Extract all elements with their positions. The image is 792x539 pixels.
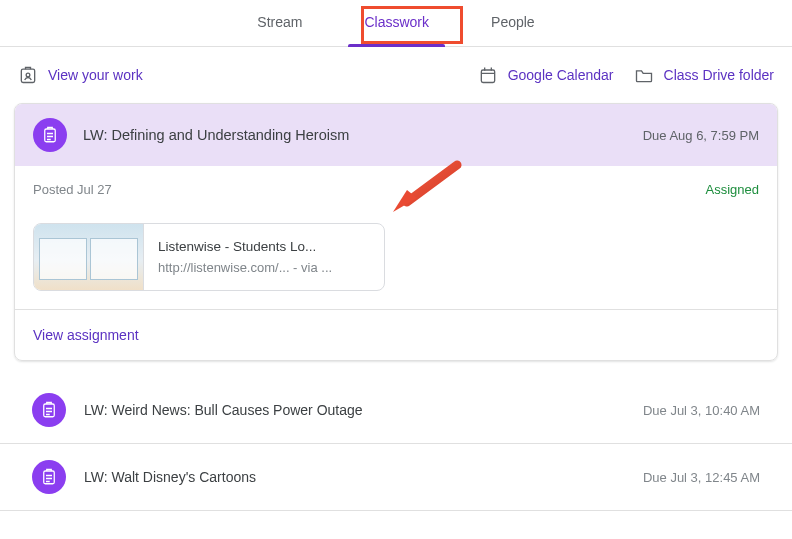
tab-classwork[interactable]: Classwork — [348, 14, 445, 46]
class-drive-link[interactable]: Class Drive folder — [634, 65, 774, 85]
assignment-person-icon — [18, 65, 38, 85]
attachment-card[interactable]: Listenwise - Students Lo... http://liste… — [33, 223, 385, 291]
calendar-icon — [478, 65, 498, 85]
tab-stream[interactable]: Stream — [241, 14, 318, 46]
view-your-work-label: View your work — [48, 67, 143, 83]
assignment-row[interactable]: LW: Walt Disney's Cartoons Due Jul 3, 12… — [0, 444, 792, 511]
google-calendar-link[interactable]: Google Calendar — [478, 65, 614, 85]
assignment-row-title: LW: Weird News: Bull Causes Power Outage — [84, 402, 643, 418]
attachment-url: http://listenwise.com/... - via ... — [158, 260, 332, 275]
svg-rect-0 — [21, 69, 34, 82]
assignment-footer: View assignment — [15, 309, 777, 360]
google-calendar-label: Google Calendar — [508, 67, 614, 83]
attachment-thumbnail — [34, 224, 144, 290]
assignment-due: Due Aug 6, 7:59 PM — [643, 128, 759, 143]
class-drive-label: Class Drive folder — [664, 67, 774, 83]
assignment-row[interactable]: LW: Weird News: Bull Causes Power Outage… — [0, 377, 792, 444]
assignment-row-title: LW: Walt Disney's Cartoons — [84, 469, 643, 485]
toolbar: View your work Google Calendar Class Dri… — [0, 47, 792, 103]
tab-people[interactable]: People — [475, 14, 551, 46]
assignment-icon — [33, 118, 67, 152]
attachment-title: Listenwise - Students Lo... — [158, 239, 332, 254]
view-your-work-link[interactable]: View your work — [18, 65, 143, 85]
assignment-icon — [32, 460, 66, 494]
status-badge: Assigned — [706, 182, 759, 197]
assignment-body: Posted Jul 27 Assigned Listenwise - Stud… — [15, 166, 777, 309]
svg-point-1 — [26, 73, 30, 77]
assignment-row-due: Due Jul 3, 10:40 AM — [643, 403, 760, 418]
assignment-title: LW: Defining and Understanding Heroism — [83, 127, 643, 143]
assignment-row-due: Due Jul 3, 12:45 AM — [643, 470, 760, 485]
tabs-bar: Stream Classwork People — [0, 0, 792, 47]
expanded-assignment-card: LW: Defining and Understanding Heroism D… — [14, 103, 778, 361]
assignment-icon — [32, 393, 66, 427]
view-assignment-link[interactable]: View assignment — [33, 327, 139, 343]
folder-icon — [634, 65, 654, 85]
assignment-header[interactable]: LW: Defining and Understanding Heroism D… — [15, 104, 777, 166]
svg-rect-2 — [481, 70, 494, 83]
attachment-text: Listenwise - Students Lo... http://liste… — [144, 233, 346, 281]
posted-date: Posted Jul 27 — [33, 182, 112, 197]
